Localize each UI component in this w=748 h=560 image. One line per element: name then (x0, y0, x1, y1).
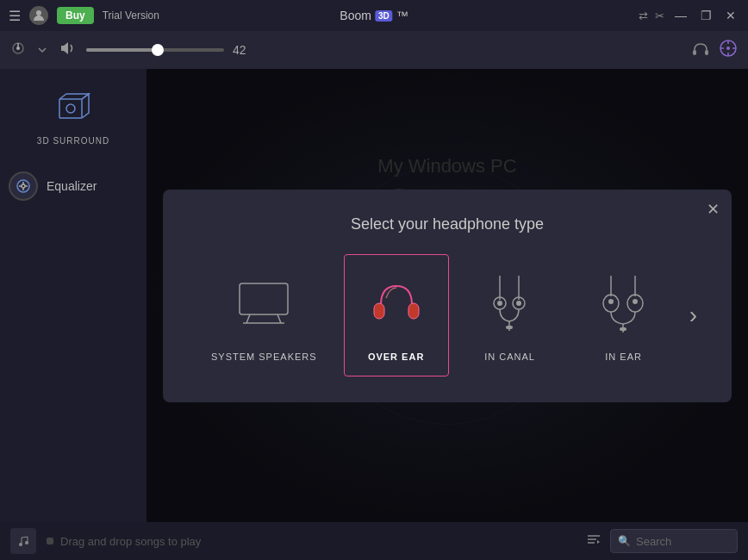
3d-badge: 3D (375, 10, 393, 22)
app-title: Boom 3D ™ (340, 9, 408, 22)
search-icon: 🔍 (618, 535, 631, 547)
svg-point-36 (25, 541, 28, 544)
svg-line-13 (277, 314, 281, 323)
volume-slider-fill (86, 48, 158, 52)
option-over-ear[interactable]: OVER EAR (344, 254, 449, 376)
sidebar: 3D SURROUND Equalizer (0, 69, 146, 522)
circular-menu-icon[interactable] (719, 39, 738, 62)
system-speakers-icon (229, 269, 298, 338)
titlebar-left: ☰ Buy Trial Version (9, 6, 159, 25)
scissor-icon[interactable]: ✂ (655, 9, 664, 22)
surround-section: 3D SURROUND (37, 86, 109, 146)
search-box[interactable]: 🔍 Search (610, 529, 738, 553)
svg-rect-34 (620, 327, 626, 331)
connect-icon[interactable]: ⇄ (639, 9, 648, 22)
over-ear-icon (362, 269, 431, 338)
titlebar: ☰ Buy Trial Version Boom 3D ™ ⇄ ✂ — ❐ ✕ (0, 0, 748, 31)
equalizer-label: Equalizer (47, 179, 97, 193)
power-icon[interactable] (10, 40, 26, 59)
svg-rect-16 (408, 303, 419, 319)
system-speakers-label: SYSTEM SPEAKERS (211, 352, 317, 362)
svg-rect-26 (506, 326, 513, 329)
svg-point-32 (633, 299, 638, 304)
titlebar-controls: ⇄ ✂ — ❐ ✕ (639, 9, 739, 22)
trial-label: Trial Version (103, 9, 159, 22)
drag-dot (47, 538, 53, 544)
svg-rect-4 (705, 50, 708, 55)
svg-point-8 (66, 104, 75, 113)
drag-drop-text: Drag and drop songs to play (47, 535, 201, 548)
svg-point-2 (16, 47, 20, 50)
trademark-symbol: ™ (396, 9, 408, 22)
close-button[interactable]: ✕ (722, 9, 739, 22)
volume-right-controls (691, 39, 738, 62)
volume-knob[interactable] (152, 44, 164, 56)
music-note-icon (10, 528, 36, 554)
main-area: 3D SURROUND Equalizer My Windows PC (0, 69, 748, 522)
svg-rect-7 (59, 99, 82, 118)
content-area: My Windows PC This equalizer preset has … (146, 69, 748, 522)
playlist-icon[interactable] (586, 532, 602, 551)
hamburger-icon[interactable]: ☰ (9, 8, 21, 24)
options-list: SYSTEM SPEAKERS (189, 254, 681, 376)
search-placeholder: Search (636, 535, 671, 548)
svg-rect-11 (240, 283, 288, 314)
drag-drop-label: Drag and drop songs to play (60, 535, 201, 548)
svg-point-24 (516, 301, 521, 306)
headphone-options: SYSTEM SPEAKERS (189, 254, 706, 376)
in-ear-icon (589, 269, 658, 338)
headphone-type-modal: ✕ Select your headphone type (163, 190, 732, 402)
bottom-right-controls: 🔍 Search (586, 529, 738, 553)
surround-label: 3D SURROUND (37, 136, 109, 146)
volumebar: 42 (0, 31, 748, 69)
svg-point-29 (608, 299, 614, 304)
modal-title: Select your headphone type (189, 215, 706, 233)
headphones-icon[interactable] (691, 39, 710, 62)
minimize-button[interactable]: — (671, 9, 690, 22)
svg-point-35 (19, 543, 22, 546)
option-in-ear[interactable]: IN EAR (571, 254, 676, 376)
modal-close-button[interactable]: ✕ (707, 200, 720, 219)
in-canal-label: IN CANAL (484, 352, 535, 362)
volume-slider[interactable] (86, 48, 224, 52)
equalizer-section[interactable]: Equalizer (0, 171, 146, 201)
speaker-icon (59, 40, 76, 61)
equalizer-icon (9, 171, 38, 201)
svg-rect-15 (374, 303, 384, 319)
bottombar: Drag and drop songs to play 🔍 Search (0, 522, 748, 560)
maximize-button[interactable]: ❐ (697, 9, 715, 22)
option-system-speakers[interactable]: SYSTEM SPEAKERS (193, 254, 335, 376)
volume-value: 42 (233, 43, 246, 57)
app-name-text: Boom (340, 9, 371, 22)
svg-point-6 (726, 47, 730, 50)
buy-button[interactable]: Buy (57, 7, 94, 24)
svg-line-12 (246, 314, 250, 323)
option-in-canal[interactable]: IN CANAL (458, 254, 563, 376)
nav-next-arrow[interactable]: › (681, 293, 706, 338)
svg-rect-3 (693, 50, 696, 55)
modal-overlay: ✕ Select your headphone type (146, 69, 748, 522)
over-ear-label: OVER EAR (368, 352, 424, 362)
surround-cube-icon[interactable] (52, 86, 95, 129)
avatar-icon[interactable] (29, 6, 48, 25)
in-ear-label: IN EAR (605, 352, 642, 362)
chevron-down-icon[interactable] (36, 44, 48, 56)
in-canal-icon (476, 269, 545, 338)
svg-point-21 (497, 301, 502, 306)
volume-slider-container: 42 (86, 43, 681, 57)
svg-point-0 (36, 10, 41, 16)
svg-point-10 (22, 184, 25, 188)
